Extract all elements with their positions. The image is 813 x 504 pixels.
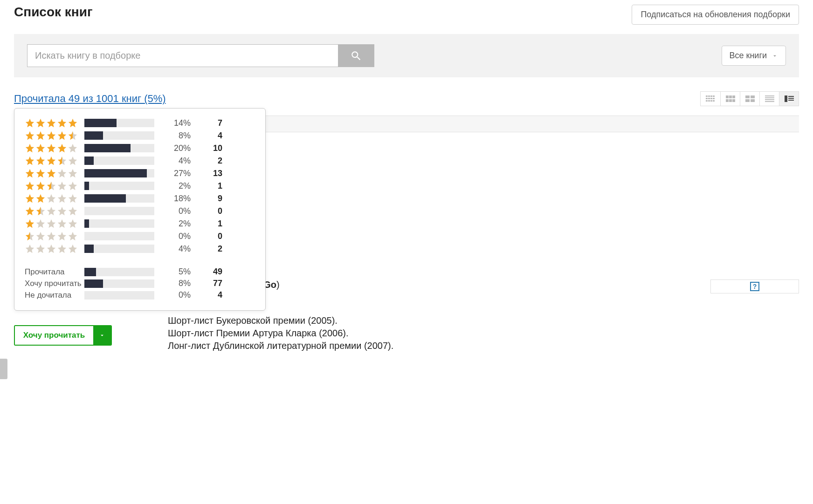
view-detail[interactable] [779,92,799,106]
status-label: Хочу прочитать [25,279,84,288]
svg-rect-6 [710,98,712,99]
rating-bar [84,232,154,240]
svg-rect-27 [788,96,794,97]
rating-percent: 2% [163,181,191,191]
rating-percent: 27% [163,169,191,178]
status-label: Не дочитала [25,291,84,300]
rating-bar [84,245,154,253]
rating-percent: 4% [163,244,191,254]
svg-rect-15 [726,99,729,102]
search-bar: Все книги [14,34,799,77]
svg-rect-10 [710,100,712,102]
rating-count: 1 [199,181,222,191]
triangle-down-icon [99,332,105,339]
rating-row[interactable]: 2%1 [25,218,255,229]
rating-percent: 0% [163,206,191,216]
view-grid-medium[interactable] [720,92,740,106]
svg-rect-4 [706,98,708,99]
status-bar [84,268,154,276]
rating-row[interactable]: 27%13 [25,168,255,178]
svg-rect-22 [765,95,774,96]
status-row[interactable]: Не дочитала0%4 [25,290,255,300]
rating-row[interactable]: 0%0 [25,231,255,241]
search-input[interactable] [27,44,338,67]
stars-icon [25,244,84,254]
search-button[interactable] [338,44,374,67]
rating-count: 13 [199,169,222,178]
svg-rect-14 [732,95,735,98]
filter-label: Все книги [730,51,767,61]
desc-line-2: Шорт-лист Премии Артура Кларка (2006). [168,328,799,339]
svg-rect-19 [751,95,755,98]
stars-icon [25,206,84,216]
rating-popup: 14%78%420%104%227%132%118%90%02%10%04%2 … [14,108,266,311]
rating-bar [84,157,154,165]
subscribe-button[interactable]: Подписаться на обновления подборки [632,5,799,25]
search-icon [350,50,362,62]
filter-dropdown[interactable]: Все книги [722,46,786,66]
status-bar [84,291,154,300]
rating-count: 1 [199,219,222,229]
rating-bar [84,207,154,215]
want-read-button[interactable]: Хочу прочитать [14,325,112,346]
rating-count: 0 [199,232,222,241]
view-grid-small[interactable] [701,92,720,106]
status-label: Прочитала [25,267,84,277]
svg-rect-1 [708,95,710,97]
rating-bar [84,144,154,152]
status-row[interactable]: Прочитала5%49 [25,267,255,277]
svg-rect-2 [710,95,712,97]
rating-count: 9 [199,194,222,204]
stars-icon [25,181,84,191]
svg-rect-28 [788,98,794,99]
status-percent: 5% [163,267,191,277]
svg-rect-23 [765,97,774,98]
stars-icon [25,156,84,166]
status-count: 4 [199,290,222,300]
view-list[interactable] [759,92,779,106]
stars-icon [25,143,84,153]
svg-rect-9 [708,100,710,102]
view-grid-large[interactable] [740,92,759,106]
svg-rect-3 [713,95,715,97]
rating-row[interactable]: 2%1 [25,181,255,191]
svg-rect-17 [732,99,735,102]
svg-rect-7 [713,98,715,99]
chevron-down-icon [772,53,778,59]
rating-count: 2 [199,244,222,254]
view-switcher [700,91,799,106]
rating-percent: 2% [163,219,191,229]
svg-rect-18 [745,95,750,98]
progress-link[interactable]: Прочитала 49 из 1001 книг (5%) [14,93,166,105]
svg-rect-29 [788,100,794,101]
status-bar [84,279,154,288]
rating-count: 10 [199,143,222,153]
stars-icon [25,168,84,178]
svg-rect-25 [765,101,774,102]
svg-rect-16 [729,99,732,102]
stars-icon [25,218,84,229]
svg-rect-13 [729,95,732,98]
status-row[interactable]: Хочу прочитать8%77 [25,279,255,288]
rating-count: 0 [199,206,222,216]
status-count: 77 [199,279,222,288]
rating-count: 7 [199,118,222,128]
want-read-dropdown[interactable] [93,326,111,345]
status-percent: 0% [163,290,191,300]
stars-icon [25,231,84,241]
rating-row[interactable]: 14%7 [25,118,255,128]
rating-row[interactable]: 20%10 [25,143,255,153]
svg-rect-5 [708,98,710,99]
svg-rect-11 [713,100,715,102]
rating-row[interactable]: 0%0 [25,206,255,216]
want-read-label: Хочу прочитать [15,326,93,345]
rating-row[interactable]: 4%2 [25,244,255,254]
desc-line-1: Шорт-лист Букеровской премии (2005). [168,315,799,326]
rating-percent: 14% [163,118,191,128]
rating-row[interactable]: 4%2 [25,156,255,166]
rating-percent: 0% [163,232,191,241]
status-count: 49 [199,267,222,277]
image-placeholder: ? [710,279,799,293]
rating-row[interactable]: 8%4 [25,130,255,141]
rating-row[interactable]: 18%9 [25,193,255,204]
